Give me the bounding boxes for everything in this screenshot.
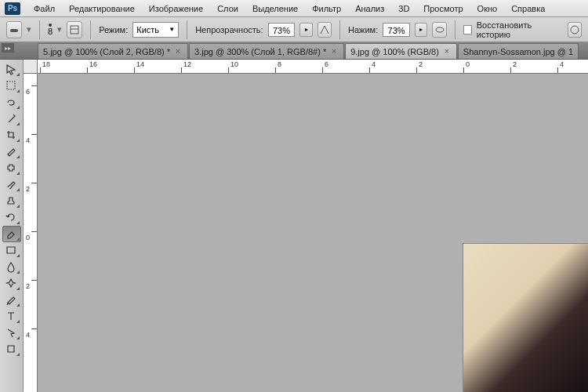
stamp-tool[interactable] — [2, 193, 21, 209]
document-canvas[interactable] — [463, 243, 588, 392]
history-brush-tool[interactable] — [2, 209, 21, 226]
ruler-tick: 4 — [372, 60, 376, 68]
ruler-tick: 6 — [26, 88, 30, 96]
eyedropper-tool[interactable] — [2, 143, 21, 160]
menu-Изображение[interactable]: Изображение — [142, 4, 210, 13]
menu-Слои[interactable]: Слои — [210, 4, 245, 13]
menu-Файл[interactable]: Файл — [27, 4, 62, 13]
tab-label: Shannyn-Sossamon.jpg @ 1 — [463, 47, 573, 56]
close-icon[interactable]: × — [173, 47, 183, 56]
document-tab[interactable]: 5.jpg @ 100% (Слой 2, RGB/8) *× — [38, 43, 188, 59]
ruler-tick: 4 — [560, 60, 564, 68]
document-tab-bar: 5.jpg @ 100% (Слой 2, RGB/8) *×3.jpg @ 3… — [0, 42, 588, 60]
ruler-tick: 0 — [26, 234, 30, 241]
opacity-input[interactable]: 73% — [268, 23, 296, 37]
move-tool[interactable] — [2, 61, 21, 78]
svg-point-4 — [571, 26, 579, 34]
ruler-tick: 12 — [183, 60, 191, 68]
ruler-tick: 0 — [466, 60, 470, 68]
ruler-tick: 6 — [325, 60, 328, 68]
crop-tool[interactable] — [2, 127, 21, 143]
menu-Анализ[interactable]: Анализ — [348, 4, 391, 13]
svg-rect-1 — [71, 26, 78, 34]
active-tool-icon[interactable] — [6, 21, 22, 38]
options-bar: ▾ 8 ▾ Режим: Кисть▼ Непрозрачность: 73% … — [0, 17, 588, 42]
eraser-tool[interactable] — [2, 226, 21, 242]
ruler-tick: 10 — [230, 60, 238, 68]
rectangle-tool[interactable] — [2, 341, 21, 358]
photoshop-logo: Ps — [5, 2, 20, 15]
pen-tool[interactable] — [2, 292, 21, 308]
document-tab[interactable]: Shannyn-Sossamon.jpg @ 1 — [458, 43, 579, 59]
ruler-tick: 18 — [42, 60, 50, 68]
brush-panel-icon[interactable] — [67, 21, 82, 38]
ruler-origin[interactable] — [24, 60, 38, 74]
path-select-tool[interactable] — [2, 325, 21, 341]
flow-input[interactable]: 73% — [383, 23, 410, 37]
ruler-tick: 2 — [513, 60, 517, 68]
airbrush-icon[interactable] — [432, 22, 446, 38]
ruler-tick: 2 — [419, 60, 423, 68]
toolbox — [0, 60, 24, 392]
document-tab[interactable]: 3.jpg @ 300% (Слой 1, RGB/8#) *× — [189, 43, 344, 59]
tab-label: 9.jpg @ 100% (RGB/8) — [350, 47, 439, 56]
close-icon[interactable]: × — [329, 47, 339, 56]
ruler-tick: 16 — [89, 60, 97, 68]
type-tool[interactable] — [2, 308, 21, 325]
tablet-pressure-icon[interactable] — [568, 22, 582, 38]
dodge-tool[interactable] — [2, 275, 21, 292]
mode-label: Режим: — [99, 25, 128, 34]
document-tab[interactable]: 9.jpg @ 100% (RGB/8)× — [345, 43, 457, 59]
menu-Справка[interactable]: Справка — [504, 4, 552, 13]
magic-wand-tool[interactable] — [2, 111, 21, 127]
brush-tool[interactable] — [2, 176, 21, 193]
menu-Выделение[interactable]: Выделение — [245, 4, 305, 13]
menu-Фильтр[interactable]: Фильтр — [305, 4, 348, 13]
mode-select[interactable]: Кисть▼ — [132, 22, 179, 38]
blur-tool[interactable] — [2, 259, 21, 275]
history-label: Восстановить историю — [477, 20, 560, 39]
flow-flyout[interactable]: ▸ — [415, 23, 428, 37]
healing-tool[interactable] — [2, 160, 21, 176]
canvas-area: 18161412108642024 642024 — [24, 60, 588, 392]
menu-bar: Ps ФайлРедактированиеИзображениеСлоиВыде… — [0, 0, 588, 17]
horizontal-ruler[interactable]: 18161412108642024 — [38, 60, 588, 74]
tab-label: 3.jpg @ 300% (Слой 1, RGB/8#) * — [194, 47, 326, 56]
opacity-flyout[interactable]: ▸ — [299, 23, 313, 37]
vertical-ruler[interactable]: 642024 — [24, 74, 38, 392]
expand-tabs-button[interactable]: ▸▸ — [2, 43, 14, 53]
opacity-pressure-icon[interactable] — [318, 22, 332, 38]
ruler-tick: 14 — [136, 60, 144, 68]
svg-point-3 — [436, 27, 444, 32]
ruler-tick: 2 — [26, 282, 30, 290]
menu-Просмотр[interactable]: Просмотр — [416, 4, 470, 13]
flow-label: Нажим: — [348, 25, 378, 34]
lasso-tool[interactable] — [2, 94, 21, 111]
marquee-rect-tool[interactable] — [2, 78, 21, 94]
ruler-tick: 4 — [26, 136, 30, 144]
opacity-label: Непрозрачность: — [195, 25, 263, 34]
menu-3D[interactable]: 3D — [391, 4, 416, 13]
ruler-tick: 2 — [26, 185, 30, 193]
gradient-tool[interactable] — [2, 242, 21, 259]
brush-preset-picker[interactable]: 8 — [48, 24, 53, 36]
menu-Окно[interactable]: Окно — [470, 4, 505, 13]
ruler-tick: 4 — [26, 331, 30, 339]
tab-label: 5.jpg @ 100% (Слой 2, RGB/8) * — [43, 47, 170, 56]
close-icon[interactable]: × — [442, 47, 452, 56]
history-checkbox[interactable] — [463, 25, 472, 34]
menu-Редактирование[interactable]: Редактирование — [62, 4, 142, 13]
svg-rect-0 — [10, 29, 18, 32]
ruler-tick: 8 — [278, 60, 281, 68]
